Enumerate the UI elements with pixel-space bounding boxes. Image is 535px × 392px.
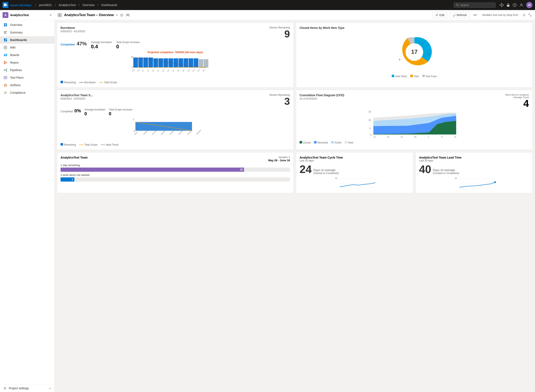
project-crumb[interactable]: AnalyticsTest bbox=[59, 3, 76, 7]
svg-text:8: 8 bbox=[399, 58, 400, 61]
test-plans-icon bbox=[3, 75, 8, 80]
sidebar-item-overview[interactable]: Overview bbox=[0, 21, 54, 29]
iteration-label: Iteration 3 bbox=[268, 156, 290, 159]
user-icon[interactable] bbox=[520, 3, 523, 7]
expand-icon[interactable] bbox=[528, 13, 532, 17]
iteration-bar-1: 15 bbox=[61, 168, 290, 172]
dashboard-grid-icon bbox=[58, 13, 62, 17]
svg-rect-64 bbox=[179, 58, 183, 68]
current-crumb[interactable]: Dashboards bbox=[101, 3, 117, 7]
svg-text:10: 10 bbox=[369, 119, 371, 121]
search-icon bbox=[456, 4, 459, 6]
svg-point-51 bbox=[128, 14, 129, 15]
edit-button[interactable]: Edit bbox=[433, 12, 447, 18]
artifacts-label: Artifacts bbox=[10, 84, 21, 87]
svg-text:60: 60 bbox=[335, 177, 337, 179]
edit-icon bbox=[435, 14, 438, 17]
settings-icon[interactable] bbox=[500, 3, 504, 7]
svg-rect-17 bbox=[4, 32, 6, 33]
svg-rect-29 bbox=[6, 54, 7, 56]
svg-text:6/1/2023: 6/1/2023 bbox=[152, 130, 157, 135]
iteration-widget: AnalyticsTest Team Iteration 3 May 26 - … bbox=[57, 152, 293, 193]
more-options-button[interactable]: ••• bbox=[472, 12, 478, 18]
svg-rect-69 bbox=[204, 59, 208, 68]
cfd-subtitle: As of 5/14/2023 bbox=[300, 97, 344, 100]
search-box[interactable]: Search bbox=[454, 3, 496, 8]
svg-text:3: 3 bbox=[428, 136, 429, 138]
project-settings-link[interactable]: Project settings « bbox=[0, 384, 54, 392]
summary-icon bbox=[3, 30, 8, 34]
dashboard-header: AnalyticsTest Team – Overview ▾ Edit Ref… bbox=[54, 10, 535, 20]
sidebar-item-summary[interactable]: Summary bbox=[0, 29, 54, 36]
sprint-legend-trend: Ideal Trend bbox=[106, 143, 118, 146]
collapse-sidebar-button[interactable]: « bbox=[49, 387, 51, 390]
svg-point-7 bbox=[501, 5, 502, 6]
svg-point-32 bbox=[6, 62, 7, 63]
pipelines-icon bbox=[3, 68, 8, 72]
svg-text:6/13: 6/13 bbox=[202, 69, 205, 72]
search-placeholder: Search bbox=[460, 4, 469, 7]
lead-time-value: 40 bbox=[419, 164, 431, 175]
cycle-time-sublabel: (Started to Completed) bbox=[313, 172, 339, 175]
svg-rect-68 bbox=[199, 59, 203, 68]
brand-name[interactable]: Azure DevOps bbox=[10, 3, 32, 7]
lock-icon[interactable] bbox=[506, 3, 510, 7]
sprint-stories-value: 3 bbox=[269, 96, 290, 107]
svg-line-35 bbox=[5, 63, 6, 63]
svg-point-1 bbox=[456, 4, 458, 6]
svg-point-11 bbox=[521, 4, 522, 5]
cycle-time-chart: 60 bbox=[300, 176, 410, 189]
cfd-widget: Cumulative Flow Diagram (CFD) As of 5/14… bbox=[296, 90, 532, 150]
dashboard-star-icon[interactable] bbox=[120, 13, 123, 17]
svg-point-37 bbox=[6, 69, 7, 70]
add-project-button[interactable]: + bbox=[49, 13, 52, 17]
sidebar-item-wiki[interactable]: Wiki bbox=[0, 44, 54, 51]
org-crumb[interactable]: jeom0631 bbox=[39, 3, 52, 7]
sidebar-item-boards[interactable]: Boards bbox=[0, 51, 54, 59]
help-icon[interactable]: ? bbox=[513, 3, 516, 7]
projected-text: Projected completion: 7/9/2023 (26 more … bbox=[61, 51, 290, 54]
svg-line-34 bbox=[5, 62, 6, 62]
svg-text:2: 2 bbox=[133, 118, 134, 121]
scrollbar-area[interactable] bbox=[54, 390, 535, 392]
sidebar-item-pipelines[interactable]: Pipelines bbox=[0, 66, 54, 74]
overview-icon bbox=[3, 23, 8, 27]
sidebar-item-dashboards[interactable]: Dashboards bbox=[0, 36, 54, 44]
content-area: AnalyticsTest Team – Overview ▾ Edit Ref… bbox=[54, 10, 535, 392]
legend-total-scope: Total Scope bbox=[104, 81, 117, 84]
sidebar-item-test-plans[interactable]: Test Plans bbox=[0, 74, 54, 81]
svg-point-30 bbox=[4, 61, 5, 62]
repos-icon bbox=[3, 61, 8, 65]
dashboard-title-chevron[interactable]: ▾ bbox=[116, 14, 118, 17]
iteration-dates: May 26 - June 16 bbox=[268, 159, 290, 162]
svg-text:6/10: 6/10 bbox=[187, 69, 190, 72]
sidebar-item-repos[interactable]: Repos bbox=[0, 59, 54, 66]
legend-test-case: Test Case bbox=[426, 75, 437, 78]
svg-text:10: 10 bbox=[131, 56, 134, 58]
dashboard-title: AnalyticsTest Team – Overview bbox=[64, 13, 114, 17]
refresh-button[interactable]: Refresh bbox=[450, 12, 470, 18]
cfd-title: Cumulative Flow Diagram (CFD) bbox=[300, 93, 344, 97]
legend-remaining: Remaining bbox=[64, 81, 76, 84]
svg-text:6/2: 6/2 bbox=[147, 70, 149, 72]
svg-text:6/7: 6/7 bbox=[172, 70, 175, 72]
svg-rect-12 bbox=[4, 23, 5, 25]
section-crumb[interactable]: Overview bbox=[82, 3, 95, 7]
sidebar-item-artifacts[interactable]: Artifacts bbox=[0, 81, 54, 89]
sprint-burndown-title: AnalyticsTest Team S... bbox=[61, 93, 93, 97]
svg-text:1: 1 bbox=[421, 42, 423, 44]
sidebar-item-compliance[interactable]: Compliance bbox=[0, 89, 54, 96]
svg-rect-61 bbox=[164, 58, 168, 68]
sprint-legend-scope: Total Scope bbox=[84, 143, 97, 146]
cfd-legend-new: New bbox=[348, 141, 353, 144]
sprint-scope-label: Total Scope Increase bbox=[109, 108, 132, 111]
svg-rect-28 bbox=[5, 54, 6, 56]
svg-rect-48 bbox=[58, 15, 59, 17]
svg-text:5/30: 5/30 bbox=[132, 69, 135, 72]
user-avatar[interactable]: JE bbox=[526, 2, 532, 8]
lead-time-title: AnalyticsTest Team Lead Time bbox=[419, 156, 529, 159]
svg-text:8: 8 bbox=[428, 53, 430, 56]
dashboard-settings-icon[interactable] bbox=[522, 13, 526, 17]
sidebar-header: A AnalyticsTest + bbox=[0, 10, 54, 20]
edit-label: Edit bbox=[439, 13, 444, 17]
